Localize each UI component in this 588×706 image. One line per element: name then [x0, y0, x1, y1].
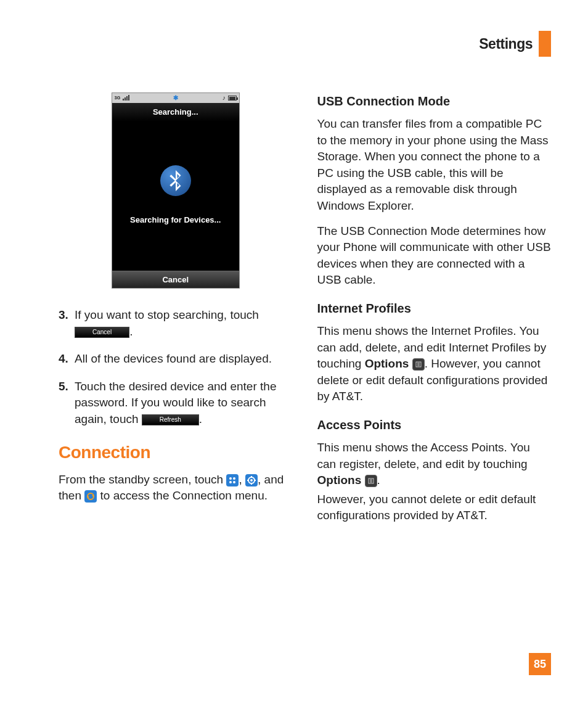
signal-icon [123, 95, 129, 101]
refresh-button[interactable]: Refresh [142, 414, 199, 425]
step-text: All of the devices found are displayed. [75, 351, 293, 367]
svg-point-0 [229, 477, 232, 480]
status-bluetooth-icon: ✱ [173, 94, 178, 102]
music-icon: ♪ [223, 94, 226, 102]
step-text: Touch the desired device and enter the p… [75, 379, 293, 428]
svg-point-3 [233, 481, 235, 483]
right-column: USB Connection Mode You can transfer fil… [317, 92, 552, 533]
page-header: Settings [479, 31, 551, 57]
phone-status-bar: 3G ✱ ♪ [112, 93, 239, 103]
phone-screen-body: Searching for Devices... [112, 121, 239, 269]
header-accent-bar [539, 31, 551, 57]
step-number: 3. [59, 307, 70, 340]
page-number: 85 [529, 653, 551, 675]
access-points-paragraph-2: However, you cannot delete or edit defau… [317, 491, 552, 524]
svg-point-1 [233, 477, 235, 480]
step-text: If you want to stop searching, touch Can… [75, 307, 293, 340]
header-title: Settings [479, 36, 533, 52]
svg-point-5 [250, 479, 253, 482]
connection-heading: Connection [59, 440, 293, 464]
left-column: 3G ✱ ♪ Searching... [59, 92, 293, 533]
options-label: Options [317, 474, 362, 486]
svg-point-2 [229, 481, 232, 483]
status-3g-label: 3G [115, 95, 120, 101]
step-4: 4. All of the devices found are displaye… [59, 351, 293, 367]
step-number: 5. [59, 379, 70, 428]
phone-cancel-button[interactable]: Cancel [112, 271, 239, 288]
usb-heading: USB Connection Mode [317, 92, 552, 110]
content-columns: 3G ✱ ♪ Searching... [59, 92, 551, 533]
instruction-list: 3. If you want to stop searching, touch … [59, 307, 293, 428]
phone-screen-title: Searching... [112, 103, 239, 121]
connection-paragraph: From the standby screen, touch , , and t… [59, 472, 293, 504]
step-5: 5. Touch the desired device and enter th… [59, 379, 293, 428]
access-points-paragraph-1: This menu shows the Access Points. You c… [317, 440, 552, 489]
options-menu-icon [365, 475, 377, 487]
internet-profiles-paragraph: This menu shows the Internet Profiles. Y… [317, 323, 552, 405]
phone-searching-message: Searching for Devices... [130, 215, 221, 226]
phone-screenshot: 3G ✱ ♪ Searching... [112, 92, 240, 289]
battery-icon [228, 96, 237, 101]
options-label: Options [365, 357, 409, 370]
step-3: 3. If you want to stop searching, touch … [59, 307, 293, 340]
sync-icon [84, 490, 97, 503]
bluetooth-icon [160, 165, 191, 196]
usb-paragraph-2: The USB Connection Mode determines how y… [317, 223, 552, 289]
gear-icon [245, 474, 258, 486]
apps-icon [226, 474, 239, 486]
step-number: 4. [59, 351, 70, 367]
access-points-heading: Access Points [317, 416, 552, 433]
options-menu-icon [412, 358, 425, 371]
internet-profiles-heading: Internet Profiles [317, 300, 552, 317]
usb-paragraph-1: You can transfer files from a compatible… [317, 116, 552, 215]
bluetooth-glyph-icon [168, 170, 184, 191]
cancel-button[interactable]: Cancel [75, 327, 129, 338]
